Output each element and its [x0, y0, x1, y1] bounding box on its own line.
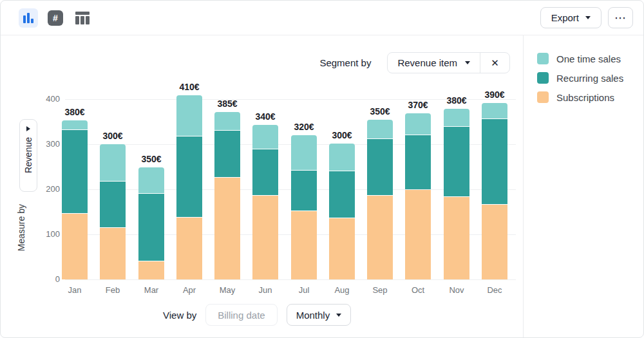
- bar-value-label: 390€: [472, 89, 517, 100]
- bar-segment-recurring-sales[interactable]: [329, 171, 355, 218]
- bar-segment-recurring-sales[interactable]: [367, 139, 393, 195]
- bar-jul: [291, 135, 317, 279]
- legend-swatch-icon: [537, 72, 549, 84]
- x-axis-label: Aug: [323, 285, 361, 295]
- bar-jan: [62, 120, 88, 279]
- bar-value-label: 385€: [205, 99, 250, 109]
- bar-segment-one-time-sales[interactable]: [329, 144, 355, 171]
- bar-segment-recurring-sales[interactable]: [100, 182, 126, 227]
- view-by-label: View by: [163, 310, 196, 321]
- bar-segment-subscriptions[interactable]: [62, 214, 88, 279]
- legend-swatch-icon: [537, 53, 549, 64]
- bar-value-label: 350€: [129, 154, 174, 164]
- legend: One time salesRecurring salesSubscriptio…: [523, 35, 643, 337]
- y-axis-tick: 300: [34, 139, 60, 149]
- bar-value-label: 380€: [52, 107, 97, 117]
- export-label: Export: [551, 12, 579, 23]
- bar-chart-icon: [23, 13, 33, 23]
- billing-date-button[interactable]: Billing date: [205, 304, 277, 326]
- bar-sep: [367, 120, 393, 279]
- x-axis-label: Jul: [285, 285, 323, 295]
- bar-segment-one-time-sales[interactable]: [291, 135, 317, 170]
- plot: 0100200300400380€Jan300€Feb350€Mar410€Ap…: [1, 35, 523, 337]
- bar-may: [214, 112, 240, 279]
- chart-view-button[interactable]: [19, 8, 38, 28]
- bar-segment-recurring-sales[interactable]: [291, 171, 317, 211]
- bar-dec: [482, 103, 507, 279]
- hash-icon: #: [48, 10, 63, 26]
- bar-segment-recurring-sales[interactable]: [176, 136, 202, 217]
- bar-segment-subscriptions[interactable]: [176, 218, 202, 279]
- gridline: [65, 279, 516, 280]
- bar-segment-one-time-sales[interactable]: [444, 109, 469, 126]
- bar-segment-one-time-sales[interactable]: [100, 144, 126, 181]
- view-switcher: #: [19, 8, 92, 28]
- bar-segment-one-time-sales[interactable]: [405, 113, 431, 135]
- bar-value-label: 340€: [243, 111, 288, 122]
- bar-value-label: 300€: [319, 130, 365, 140]
- legend-label: One time sales: [556, 53, 621, 64]
- bar-segment-recurring-sales[interactable]: [138, 194, 164, 261]
- bar-segment-one-time-sales[interactable]: [62, 120, 88, 129]
- y-axis-tick: 0: [34, 274, 60, 284]
- bar-segment-recurring-sales[interactable]: [62, 130, 88, 213]
- bar-segment-one-time-sales[interactable]: [138, 167, 164, 193]
- bar-segment-one-time-sales[interactable]: [176, 95, 202, 136]
- bar-segment-recurring-sales[interactable]: [214, 131, 240, 177]
- legend-label: Recurring sales: [556, 73, 623, 84]
- bar-segment-subscriptions[interactable]: [367, 196, 393, 279]
- chevron-down-icon: [336, 314, 341, 317]
- bar-segment-subscriptions[interactable]: [329, 218, 355, 279]
- bar-segment-one-time-sales[interactable]: [367, 120, 393, 138]
- table-view-button[interactable]: [73, 8, 92, 28]
- x-axis-label: Apr: [170, 285, 209, 295]
- bar-segment-one-time-sales[interactable]: [482, 103, 507, 118]
- number-view-button[interactable]: #: [46, 8, 65, 28]
- x-axis-label: May: [208, 285, 247, 295]
- bar-segment-recurring-sales[interactable]: [482, 119, 507, 205]
- bar-apr: [176, 95, 202, 279]
- bar-mar: [138, 167, 164, 279]
- y-axis-tick: 200: [34, 184, 60, 194]
- table-icon: [75, 12, 90, 24]
- bar-segment-subscriptions[interactable]: [214, 178, 240, 279]
- bar-segment-recurring-sales[interactable]: [444, 127, 469, 196]
- y-axis-tick: 100: [34, 229, 60, 239]
- bar-segment-subscriptions[interactable]: [291, 211, 317, 279]
- legend-item: Subscriptions: [537, 91, 643, 103]
- bar-segment-subscriptions[interactable]: [252, 196, 278, 279]
- interval-dropdown[interactable]: Monthly: [287, 304, 352, 326]
- x-axis-label: Sep: [361, 285, 399, 295]
- export-button[interactable]: Export: [540, 7, 601, 28]
- main-area: Segment by Revenue item ✕ Revenue Me: [1, 35, 643, 337]
- toolbar: # Export ⋯: [1, 1, 643, 35]
- bar-value-label: 410€: [167, 82, 212, 92]
- bar-segment-subscriptions[interactable]: [444, 197, 469, 279]
- billing-date-label: Billing date: [218, 310, 265, 321]
- chevron-down-icon: [585, 16, 591, 19]
- more-options-button[interactable]: ⋯: [608, 7, 633, 28]
- bar-segment-subscriptions[interactable]: [100, 228, 126, 279]
- bar-segment-subscriptions[interactable]: [405, 190, 431, 279]
- bar-segment-recurring-sales[interactable]: [252, 149, 278, 195]
- chart-area: Segment by Revenue item ✕ Revenue Me: [1, 35, 523, 337]
- interval-value: Monthly: [296, 310, 330, 321]
- x-axis-label: Oct: [399, 285, 437, 295]
- legend-item: One time sales: [537, 53, 643, 64]
- x-axis-label: Nov: [437, 285, 476, 295]
- bar-segment-recurring-sales[interactable]: [405, 135, 431, 189]
- legend-swatch-icon: [537, 91, 549, 103]
- x-axis-label: Jun: [246, 285, 285, 295]
- analytics-widget: # Export ⋯ Segment by: [0, 0, 644, 338]
- x-axis-label: Feb: [93, 285, 132, 295]
- x-axis-label: Mar: [132, 285, 171, 295]
- toolbar-actions: Export ⋯: [540, 7, 633, 28]
- bar-segment-subscriptions[interactable]: [482, 205, 507, 279]
- bar-nov: [444, 109, 469, 279]
- legend-label: Subscriptions: [556, 92, 614, 103]
- bar-segment-one-time-sales[interactable]: [252, 125, 278, 149]
- bar-segment-subscriptions[interactable]: [138, 261, 164, 279]
- bar-segment-one-time-sales[interactable]: [214, 112, 240, 130]
- bar-aug: [329, 144, 355, 279]
- ellipsis-icon: ⋯: [614, 11, 627, 25]
